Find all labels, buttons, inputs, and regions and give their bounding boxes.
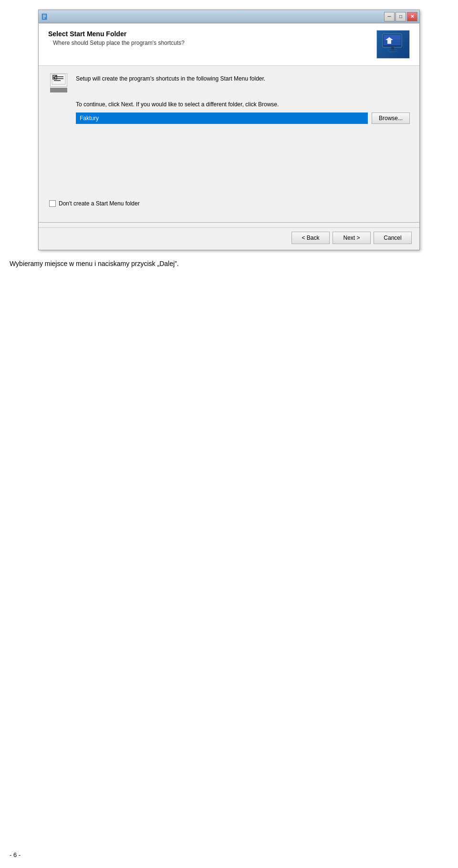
no-startmenu-checkbox[interactable] — [49, 200, 56, 207]
svg-rect-9 — [388, 50, 397, 51]
svg-rect-6 — [384, 35, 401, 40]
restore-button[interactable]: □ — [396, 12, 406, 21]
svg-rect-3 — [43, 18, 45, 19]
icon-bottom — [50, 88, 67, 92]
spacer — [48, 133, 410, 200]
cancel-button[interactable]: Cancel — [374, 232, 412, 244]
checkbox-row: Don't create a Start Menu folder — [48, 200, 410, 207]
divider — [39, 222, 419, 223]
window-content: Select Start Menu Folder Where should Se… — [39, 23, 419, 250]
browse-button[interactable]: Browse... — [372, 112, 410, 124]
footer-section: < Back Next > Cancel — [39, 227, 419, 250]
minimize-button[interactable]: ─ — [384, 12, 395, 21]
svg-rect-1 — [43, 15, 46, 16]
checkbox-label: Don't create a Start Menu folder — [59, 200, 140, 207]
header-title: Select Start Menu Folder — [48, 30, 376, 38]
close-button[interactable]: ✕ — [407, 12, 417, 21]
title-bar: ─ □ ✕ — [39, 10, 419, 23]
back-button[interactable]: < Back — [291, 232, 330, 244]
info-text: Setup will create the program's shortcut… — [76, 73, 410, 82]
svg-rect-8 — [391, 47, 394, 50]
next-button[interactable]: Next > — [333, 232, 371, 244]
page-wrapper: ─ □ ✕ Select Start Menu Folder Where sho… — [0, 0, 458, 868]
app-icon — [42, 13, 49, 20]
checklist-icon — [48, 73, 69, 94]
folder-row: Browse... — [76, 112, 410, 124]
description-text: Wybieramy miejsce w menu i naciskamy prz… — [10, 260, 453, 267]
title-bar-controls: ─ □ ✕ — [384, 12, 417, 21]
continue-text: To continue, click Next. If you would li… — [76, 101, 410, 108]
header-subtitle: Where should Setup place the program's s… — [53, 40, 376, 46]
svg-rect-13 — [54, 80, 61, 81]
header-logo — [376, 30, 410, 59]
header-section: Select Start Menu Folder Where should Se… — [39, 23, 419, 66]
page-number: - 6 - — [10, 851, 21, 858]
svg-rect-2 — [43, 16, 46, 17]
info-row: Setup will create the program's shortcut… — [48, 73, 410, 94]
installer-window: ─ □ ✕ Select Start Menu Folder Where sho… — [38, 10, 420, 250]
header-text: Select Start Menu Folder Where should Se… — [48, 30, 376, 46]
folder-input[interactable] — [76, 112, 368, 124]
title-bar-left — [42, 13, 52, 20]
body-section: Setup will create the program's shortcut… — [39, 66, 419, 222]
